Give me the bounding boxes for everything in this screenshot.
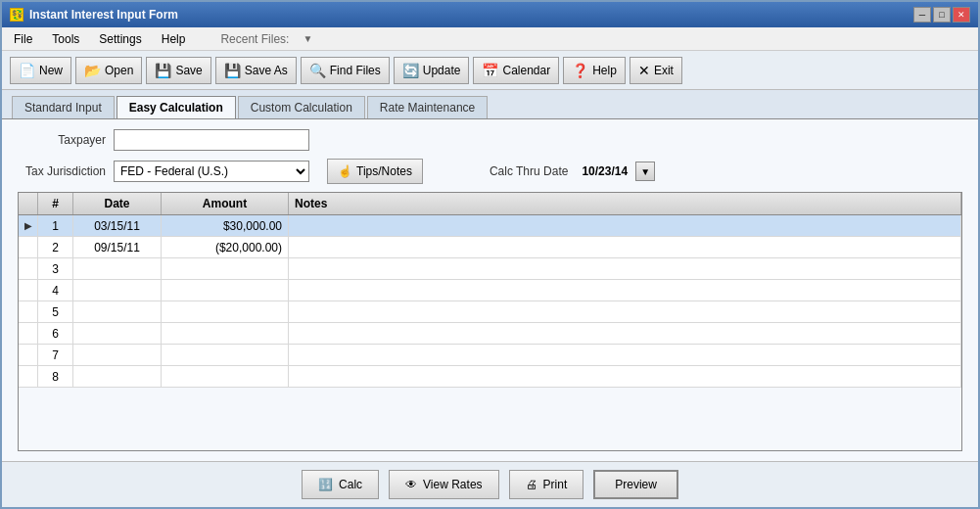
row-date[interactable] xyxy=(73,258,162,279)
tax-jurisdiction-select[interactable]: FED - Federal (U.S.) CA - California NY … xyxy=(114,161,309,182)
update-label: Update xyxy=(423,64,461,77)
exit-button[interactable]: ✕ Exit xyxy=(630,57,682,84)
close-button[interactable]: ✕ xyxy=(953,7,970,23)
table-row[interactable]: 3 xyxy=(19,258,961,280)
view-rates-button[interactable]: 👁 View Rates xyxy=(389,470,498,499)
app-icon: 💱 xyxy=(10,8,23,22)
find-files-button[interactable]: 🔍 Find Files xyxy=(301,57,390,84)
row-notes[interactable] xyxy=(289,323,961,344)
calendar-button[interactable]: 📅 Calendar xyxy=(473,57,559,84)
menu-help[interactable]: Help xyxy=(158,30,190,48)
row-notes[interactable] xyxy=(289,280,961,301)
row-notes[interactable] xyxy=(289,215,961,236)
menu-bar: File Tools Settings Help Recent Files: ▼ xyxy=(2,27,978,51)
save-icon: 💾 xyxy=(155,63,171,78)
row-notes[interactable] xyxy=(289,237,961,257)
row-amount[interactable]: $30,000.00 xyxy=(162,215,289,236)
row-indicator xyxy=(19,258,38,279)
table-row[interactable]: 8 xyxy=(19,366,961,388)
save-as-button[interactable]: 💾 Save As xyxy=(215,57,297,84)
window-title: Instant Interest Input Form xyxy=(29,8,178,22)
open-button[interactable]: 📂 Open xyxy=(75,57,142,84)
row-notes[interactable] xyxy=(289,345,961,365)
row-date[interactable] xyxy=(73,301,162,322)
tab-custom-calculation-label: Custom Calculation xyxy=(251,101,352,115)
find-files-label: Find Files xyxy=(330,64,381,77)
table-row[interactable]: 4 xyxy=(19,280,961,301)
row-amount[interactable] xyxy=(162,258,289,279)
preview-button[interactable]: Preview xyxy=(593,470,678,499)
maximize-button[interactable]: □ xyxy=(933,7,951,23)
print-icon: 🖨 xyxy=(526,478,537,491)
new-icon: 📄 xyxy=(19,63,35,78)
row-amount[interactable] xyxy=(162,301,289,322)
row-date[interactable] xyxy=(73,366,162,387)
row-indicator: ▶ xyxy=(19,215,38,236)
taxpayer-row: Taxpayer xyxy=(18,129,962,151)
recent-files-arrow[interactable]: ▼ xyxy=(303,33,312,44)
grid-body[interactable]: ▶ 1 03/15/11 $30,000.00 2 09/15/11 ($20,… xyxy=(19,215,961,450)
tab-rate-maintenance[interactable]: Rate Maintenance xyxy=(367,96,488,118)
row-amount[interactable] xyxy=(162,366,289,387)
preview-label: Preview xyxy=(615,478,657,491)
tips-notes-button[interactable]: ☝ Tips/Notes xyxy=(327,159,423,184)
tab-easy-calculation[interactable]: Easy Calculation xyxy=(117,96,236,118)
taxpayer-input[interactable] xyxy=(114,129,309,151)
calc-icon: 🔢 xyxy=(318,478,333,491)
title-bar-controls: ─ □ ✕ xyxy=(913,7,970,23)
tab-standard-input-label: Standard Input xyxy=(24,101,102,115)
row-date[interactable]: 03/15/11 xyxy=(73,215,162,236)
toolbar: 📄 New 📂 Open 💾 Save 💾 Save As 🔍 Find Fil… xyxy=(2,51,978,90)
row-notes[interactable] xyxy=(289,366,961,387)
row-amount[interactable] xyxy=(162,323,289,344)
tips-notes-label: Tips/Notes xyxy=(356,164,412,178)
table-row[interactable]: ▶ 1 03/15/11 $30,000.00 xyxy=(19,215,961,237)
tax-jurisdiction-label: Tax Jurisdiction xyxy=(18,164,106,178)
grid-header: # Date Amount Notes xyxy=(19,193,961,215)
calc-thru-date-picker[interactable]: ▼ xyxy=(635,162,655,181)
menu-settings[interactable]: Settings xyxy=(95,30,145,48)
update-button[interactable]: 🔄 Update xyxy=(394,57,470,84)
menu-file[interactable]: File xyxy=(10,30,36,48)
row-amount[interactable] xyxy=(162,280,289,301)
row-date[interactable] xyxy=(73,280,162,301)
table-row[interactable]: 5 xyxy=(19,301,961,323)
tab-standard-input[interactable]: Standard Input xyxy=(12,96,115,118)
row-num: 7 xyxy=(38,345,73,365)
calendar-toolbar-icon: 📅 xyxy=(482,63,498,78)
save-label: Save xyxy=(175,64,202,77)
menu-tools[interactable]: Tools xyxy=(48,30,83,48)
table-row[interactable]: 2 09/15/11 ($20,000.00) xyxy=(19,237,961,258)
view-rates-icon: 👁 xyxy=(405,478,417,491)
print-button[interactable]: 🖨 Print xyxy=(509,470,584,499)
help-button[interactable]: ❓ Help xyxy=(563,57,626,84)
bottom-toolbar: 🔢 Calc 👁 View Rates 🖨 Print Preview xyxy=(2,461,978,507)
header-num: # xyxy=(38,193,73,214)
tabs-area: Standard Input Easy Calculation Custom C… xyxy=(2,90,978,118)
title-bar: 💱 Instant Interest Input Form ─ □ ✕ xyxy=(2,2,978,27)
data-grid: # Date Amount Notes ▶ 1 03/15/11 $30,000… xyxy=(18,192,962,451)
save-button[interactable]: 💾 Save xyxy=(146,57,210,84)
calc-button[interactable]: 🔢 Calc xyxy=(302,470,379,499)
table-row[interactable]: 6 xyxy=(19,323,961,345)
row-num: 8 xyxy=(38,366,73,387)
help-label: Help xyxy=(592,64,617,77)
row-amount[interactable]: ($20,000.00) xyxy=(162,237,289,257)
tab-custom-calculation[interactable]: Custom Calculation xyxy=(238,96,365,118)
new-button[interactable]: 📄 New xyxy=(10,57,71,84)
open-label: Open xyxy=(105,64,133,77)
row-date[interactable] xyxy=(73,345,162,365)
row-amount[interactable] xyxy=(162,345,289,365)
minimize-button[interactable]: ─ xyxy=(913,7,931,23)
tab-rate-maintenance-label: Rate Maintenance xyxy=(380,101,475,115)
row-date[interactable] xyxy=(73,323,162,344)
header-notes: Notes xyxy=(289,193,961,214)
row-indicator xyxy=(19,280,38,301)
row-num: 1 xyxy=(38,215,73,236)
row-date[interactable]: 09/15/11 xyxy=(73,237,162,257)
row-indicator xyxy=(19,301,38,322)
table-row[interactable]: 7 xyxy=(19,345,961,366)
row-notes[interactable] xyxy=(289,301,961,322)
row-notes[interactable] xyxy=(289,258,961,279)
view-rates-label: View Rates xyxy=(423,478,482,491)
